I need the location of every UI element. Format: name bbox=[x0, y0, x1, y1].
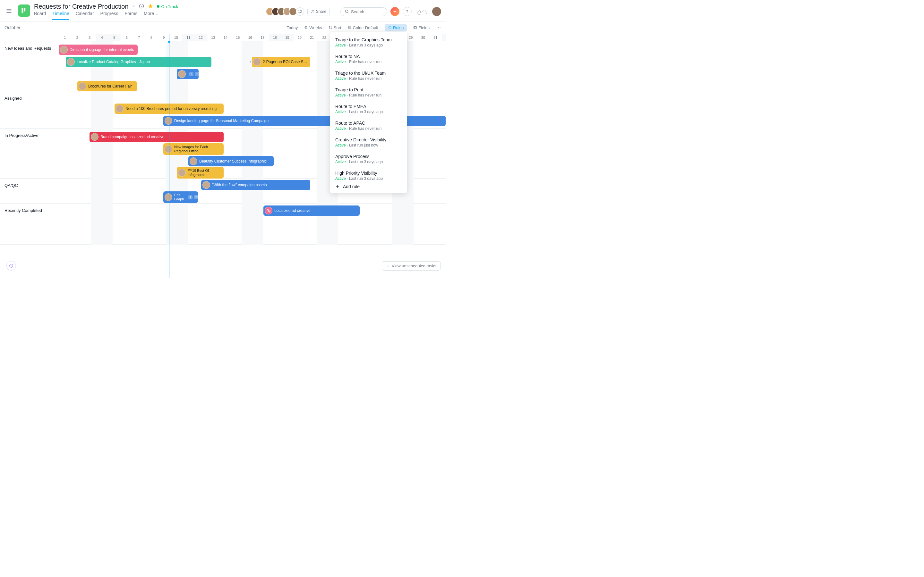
task-label: Design landing page for Seasonal Marketi… bbox=[174, 119, 268, 123]
day-col: 10 bbox=[170, 34, 183, 41]
tab-forms[interactable]: Forms bbox=[125, 11, 137, 19]
dependency-arrow-icon: ▸ bbox=[250, 59, 252, 64]
fields-icon bbox=[413, 26, 417, 29]
status-text[interactable]: On Track bbox=[162, 4, 178, 9]
day-col: 3 bbox=[83, 34, 96, 41]
day-col: 11 bbox=[182, 34, 195, 41]
task-bar[interactable]: Edit Graph...1 bbox=[163, 191, 198, 203]
svg-point-9 bbox=[437, 27, 437, 27]
assignee-avatar bbox=[190, 157, 197, 165]
chevron-down-icon[interactable] bbox=[132, 4, 136, 9]
assignee-avatar bbox=[60, 46, 68, 53]
assignee-avatar bbox=[79, 82, 86, 90]
people-icon bbox=[311, 10, 315, 13]
day-col: 2 bbox=[71, 34, 84, 41]
rule-item[interactable]: Route to EMEAActive · Last run 3 days ag… bbox=[330, 101, 407, 117]
add-button[interactable]: + bbox=[391, 7, 399, 16]
sort-icon bbox=[328, 26, 333, 29]
workspace-logo[interactable] bbox=[415, 6, 429, 17]
task-label: Brand campaign localized ad creative bbox=[100, 135, 164, 139]
section-label[interactable]: Recently Completed bbox=[5, 208, 42, 213]
add-rule-button[interactable]: Add rule bbox=[330, 180, 407, 193]
rule-item[interactable]: Triage to the Graphics TeamActive · Last… bbox=[330, 34, 407, 51]
task-label: Brochures for Career Fair bbox=[88, 84, 132, 89]
rule-item[interactable]: Approve ProcessActive · Last run 3 days … bbox=[330, 151, 407, 167]
today-dot bbox=[168, 41, 170, 43]
rule-name: Route to EMEA bbox=[335, 104, 402, 109]
view-unscheduled-button[interactable]: View unscheduled tasks bbox=[382, 261, 441, 271]
search-icon bbox=[344, 9, 349, 14]
assignee-avatar: Ry bbox=[265, 207, 272, 214]
rule-time: Last run 3 days ago bbox=[349, 43, 383, 47]
search-input[interactable] bbox=[341, 7, 387, 16]
rule-time: Rule has never run bbox=[349, 76, 381, 81]
divider bbox=[335, 8, 335, 15]
star-icon[interactable] bbox=[148, 3, 153, 10]
task-bar[interactable]: New Images for Each Regional Office bbox=[163, 143, 224, 155]
rule-name: Triage to the Graphics Team bbox=[335, 37, 402, 42]
task-bar[interactable]: Beautify Customer Success Infographic bbox=[188, 156, 274, 166]
member-avatars[interactable]: 12 bbox=[268, 7, 304, 16]
assignee-avatar bbox=[116, 105, 124, 113]
day-col: 12 bbox=[195, 34, 207, 41]
rule-item[interactable]: High Priority VisibilityActive · Last ru… bbox=[330, 167, 407, 180]
rule-time: Last run 3 days ago bbox=[349, 160, 383, 164]
task-bar[interactable]: Brand campaign localized ad creative bbox=[89, 132, 224, 142]
day-col: 22 bbox=[318, 34, 331, 41]
tab-timeline[interactable]: Timeline bbox=[52, 11, 69, 20]
day-col: 6 bbox=[121, 34, 133, 41]
info-pill-button[interactable] bbox=[6, 261, 16, 271]
task-bar[interactable]: B fo1 bbox=[177, 69, 199, 79]
fields-button[interactable]: Fields bbox=[413, 25, 430, 30]
task-label: Localize Product Catalog Graphics - Japa… bbox=[77, 60, 150, 64]
rule-name: Approve Process bbox=[335, 154, 402, 159]
task-bar[interactable]: RyLocalized ad creative bbox=[263, 205, 360, 216]
section-label[interactable]: Assigned bbox=[5, 96, 21, 101]
day-col: 16 bbox=[244, 34, 257, 41]
more-icon[interactable] bbox=[436, 25, 441, 31]
tab-calendar[interactable]: Calendar bbox=[76, 11, 94, 19]
svg-rect-8 bbox=[414, 27, 417, 29]
day-col: 19 bbox=[281, 34, 294, 41]
rule-item[interactable]: Route to APACActive · Rule has never run bbox=[330, 117, 407, 134]
rule-status: Active bbox=[335, 176, 346, 180]
task-bar[interactable]: Directional signage for internal events bbox=[59, 45, 137, 55]
task-bar[interactable]: 2-Pager on ROI Case Study bbox=[252, 57, 310, 67]
task-label: Need a 100 Brochures printed for univers… bbox=[126, 106, 216, 111]
zoom-selector[interactable]: Weeks bbox=[304, 25, 322, 30]
section-label[interactable]: QA/QC bbox=[5, 183, 18, 188]
section-label[interactable]: New Ideas and Requests bbox=[5, 46, 51, 51]
section-label[interactable]: In Progress/Active bbox=[5, 133, 39, 138]
day-col: 18 bbox=[269, 34, 281, 41]
rule-item[interactable]: Triage to the UI/UX TeamActive · Rule ha… bbox=[330, 67, 407, 84]
menu-toggle[interactable] bbox=[6, 8, 12, 14]
color-button[interactable]: Color: Default bbox=[348, 25, 378, 30]
tab-more[interactable]: More… bbox=[144, 11, 158, 19]
zoom-icon bbox=[304, 26, 308, 29]
task-label: Beautify Customer Success Infographic bbox=[199, 159, 267, 163]
svg-point-11 bbox=[440, 27, 441, 27]
share-button[interactable]: Share bbox=[307, 8, 330, 15]
task-bar[interactable]: FY19 Best Of Infographic bbox=[177, 167, 224, 179]
rule-item[interactable]: Creative Director VisibilityActive · Las… bbox=[330, 134, 407, 151]
task-bar[interactable]: Localize Product Catalog Graphics - Japa… bbox=[66, 57, 212, 67]
rule-name: Route to APAC bbox=[335, 121, 402, 126]
sort-button[interactable]: Sort bbox=[328, 25, 341, 30]
project-title[interactable]: Requests for Creative Production bbox=[34, 3, 129, 10]
svg-rect-1 bbox=[24, 8, 25, 11]
task-bar[interactable]: "With the flow" campaign assets bbox=[201, 180, 310, 190]
day-col: 31 bbox=[429, 34, 442, 41]
tab-board[interactable]: Board bbox=[34, 11, 46, 19]
dependency-line bbox=[212, 62, 251, 62]
project-icon bbox=[18, 5, 30, 17]
info-icon[interactable] bbox=[139, 3, 144, 10]
task-bar[interactable]: Brochures for Career Fair bbox=[78, 81, 137, 91]
help-button[interactable]: ? bbox=[403, 7, 412, 16]
day-col: 17 bbox=[256, 34, 269, 41]
today-button[interactable]: Today bbox=[287, 25, 298, 30]
tab-progress[interactable]: Progress bbox=[100, 11, 118, 19]
rule-item[interactable]: Route to NAActive · Rule has never run bbox=[330, 51, 407, 67]
rules-button[interactable]: Rules bbox=[384, 24, 407, 31]
rule-item[interactable]: Triage to PrintActive · Rule has never r… bbox=[330, 84, 407, 101]
user-avatar[interactable] bbox=[432, 7, 441, 16]
